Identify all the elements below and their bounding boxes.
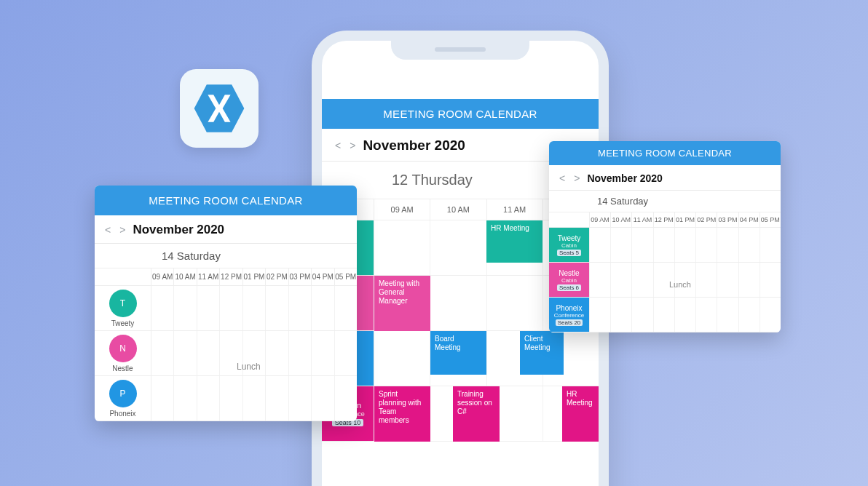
cr-row-phoneix: Phoneix Conference Seats 20 bbox=[549, 298, 781, 332]
resource-chip-nestle[interactable]: Nestle Cabin Seats 6 bbox=[549, 263, 590, 297]
desktop-card: MEETING ROOM CALENDAR < > November 2020 … bbox=[95, 186, 357, 421]
event-board[interactable]: Board Meeting bbox=[430, 331, 486, 375]
cl-day-row: 14 Saturday bbox=[95, 244, 357, 268]
cr-day-label: 14 Saturday bbox=[590, 191, 781, 212]
xamarin-logo bbox=[180, 69, 259, 148]
cr-month-nav: < > November 2020 bbox=[549, 165, 781, 191]
avatar-tweety[interactable]: T bbox=[109, 290, 137, 317]
event-train[interactable]: Training session on C# bbox=[453, 386, 500, 442]
hour-label: 10 AM bbox=[174, 268, 197, 285]
next-month-icon[interactable]: > bbox=[118, 224, 127, 236]
hour-label: 09 AM bbox=[590, 212, 611, 227]
cl-month-label: November 2020 bbox=[133, 223, 224, 237]
next-month-icon[interactable]: > bbox=[572, 172, 581, 184]
cl-label-tweety: Tweety bbox=[111, 319, 135, 327]
tablet-card: MEETING ROOM CALENDAR < > November 2020 … bbox=[549, 141, 781, 332]
hour-label: 02 PM bbox=[696, 212, 717, 227]
event-client[interactable]: Client Meeting bbox=[520, 331, 564, 375]
hour-label: 11 AM bbox=[632, 212, 653, 227]
cl-schedule[interactable]: T Tweety N Nestle P Phoneix Lunch bbox=[95, 286, 357, 421]
hour-label: 01 PM bbox=[243, 268, 266, 285]
cr-hours-row: 09 AM 10 AM 11 AM 12 PM 01 PM 02 PM 03 P… bbox=[549, 212, 781, 228]
cr-schedule[interactable]: Tweety Cabin Seats 5 Nestle Cabin Seats … bbox=[549, 228, 781, 332]
avatar-phoneix[interactable]: P bbox=[109, 380, 137, 407]
cr-row-tweety: Tweety Cabin Seats 5 bbox=[549, 228, 781, 263]
hour-label: 11 AM bbox=[487, 199, 543, 220]
hour-label: 10 AM bbox=[430, 199, 486, 220]
hour-label: 01 PM bbox=[675, 212, 696, 227]
cl-hours-row: 09 AM 10 AM 11 AM 12 PM 01 PM 02 PM 03 P… bbox=[95, 268, 357, 286]
hour-label: 09 AM bbox=[151, 268, 174, 285]
prev-month-icon[interactable]: < bbox=[558, 172, 567, 184]
hour-label: 10 AM bbox=[611, 212, 632, 227]
hour-label: 04 PM bbox=[312, 268, 334, 285]
cr-month-label: November 2020 bbox=[587, 172, 663, 184]
phone-header: MEETING ROOM CALENDAR bbox=[322, 99, 599, 129]
hour-label: 09 AM bbox=[374, 199, 430, 220]
resource-chip-phoneix[interactable]: Phoneix Conference Seats 20 bbox=[549, 298, 590, 332]
cl-header: MEETING ROOM CALENDAR bbox=[95, 186, 357, 215]
cl-row-nestle: N Nestle bbox=[95, 331, 357, 376]
cl-month-nav: < > November 2020 bbox=[95, 215, 357, 244]
event-hr[interactable]: HR Meeting bbox=[486, 220, 542, 263]
hour-label: 03 PM bbox=[717, 212, 738, 227]
event-gm[interactable]: Meeting with General Manager bbox=[374, 276, 430, 331]
hour-label: 12 PM bbox=[220, 268, 242, 285]
event-sprint[interactable]: Sprint planning with Team members bbox=[374, 386, 430, 442]
event-hr2[interactable]: HR Meeting bbox=[562, 386, 599, 442]
hour-label: 02 PM bbox=[266, 268, 288, 285]
prev-month-icon[interactable]: < bbox=[334, 140, 342, 151]
resource-chip-tweety[interactable]: Tweety Cabin Seats 5 bbox=[549, 228, 590, 262]
hour-label: 05 PM bbox=[760, 212, 781, 227]
next-month-icon[interactable]: > bbox=[348, 140, 357, 151]
cl-row-phoneix: P Phoneix bbox=[95, 376, 357, 421]
cr-day-row: 14 Saturday bbox=[549, 191, 781, 212]
cr-header: MEETING ROOM CALENDAR bbox=[549, 141, 781, 165]
hour-label: 12 PM bbox=[654, 212, 675, 227]
hour-label: 11 AM bbox=[197, 268, 220, 285]
hour-label: 05 PM bbox=[335, 268, 357, 285]
hour-label: 04 PM bbox=[739, 212, 760, 227]
cl-label-phoneix: Phoneix bbox=[109, 410, 135, 418]
avatar-nestle[interactable]: N bbox=[109, 335, 137, 362]
cl-row-tweety: T Tweety bbox=[95, 286, 357, 331]
cl-day-label: 14 Saturday bbox=[151, 244, 357, 268]
cr-row-nestle: Nestle Cabin Seats 6 bbox=[549, 263, 781, 298]
cl-label-nestle: Nestle bbox=[112, 364, 133, 373]
hour-label: 03 PM bbox=[289, 268, 312, 285]
prev-month-icon[interactable]: < bbox=[103, 224, 112, 236]
phone-month-label: November 2020 bbox=[363, 138, 465, 154]
